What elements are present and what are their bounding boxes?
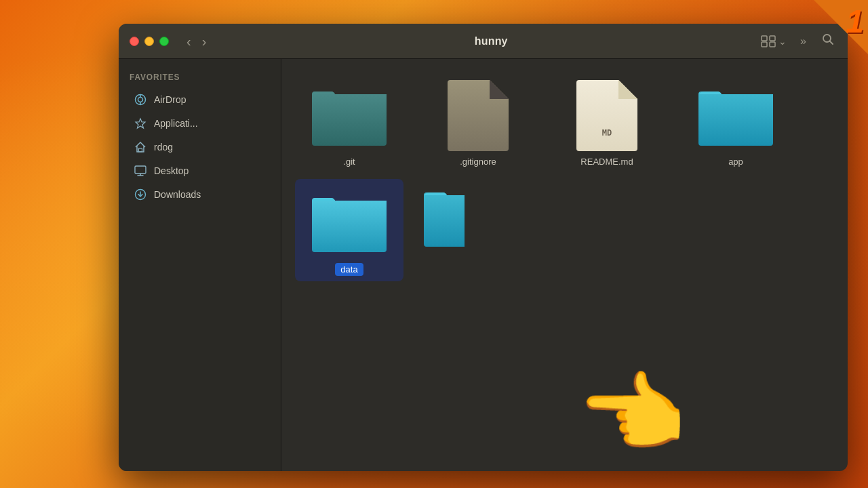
sidebar-item-downloads[interactable]: Downloads (123, 183, 277, 206)
sidebar-item-downloads-label: Downloads (154, 189, 201, 200)
svg-rect-2 (762, 42, 767, 47)
more-button[interactable]: » (797, 34, 808, 49)
sidebar-item-desktop-label: Desktop (154, 165, 189, 176)
view-chevron-icon: ⌄ (778, 36, 787, 47)
home-icon (134, 140, 147, 154)
view-options[interactable]: ⌄ (761, 35, 787, 47)
sidebar-item-applications[interactable]: Applicati... (123, 112, 277, 135)
file-grid-area: .git (281, 59, 848, 471)
svg-rect-0 (762, 36, 767, 41)
toolbar-right: ⌄ » (761, 32, 837, 50)
file-item-gitignore[interactable]: .gitignore (424, 73, 532, 172)
hand-pointer-icon: 👉 (580, 369, 690, 458)
desktop-icon (134, 164, 147, 178)
app-folder-icon (695, 78, 776, 152)
file-grid: .git (295, 73, 834, 281)
content-area: Favorites AirDrop (119, 59, 848, 471)
title-bar: ‹ › hunny ⌄ » (119, 24, 848, 59)
git-folder-icon (309, 78, 390, 152)
airdrop-icon (134, 93, 147, 106)
forward-button[interactable]: › (198, 33, 211, 49)
svg-rect-1 (770, 36, 775, 41)
minimize-button[interactable] (144, 37, 154, 46)
sidebar-item-desktop[interactable]: Desktop (123, 159, 277, 182)
nav-buttons: ‹ › (182, 33, 210, 49)
applications-icon (134, 117, 147, 130)
svg-point-7 (138, 98, 143, 102)
close-button[interactable] (130, 37, 139, 46)
file-item-app[interactable]: app (682, 73, 790, 172)
readme-icon: MD (566, 78, 648, 152)
file-item-data[interactable]: data (295, 179, 403, 281)
sidebar-section-title: Favorites (119, 73, 281, 87)
sidebar: Favorites AirDrop (119, 59, 281, 471)
search-icon (822, 33, 834, 45)
sidebar-item-airdrop[interactable]: AirDrop (123, 88, 277, 111)
readme-label: README.md (580, 157, 633, 167)
svg-line-5 (830, 41, 833, 45)
file-item-readme[interactable]: MD README.md (553, 73, 661, 172)
sidebar-item-airdrop-label: AirDrop (154, 94, 186, 105)
svg-rect-3 (770, 42, 775, 47)
file-item-git[interactable]: .git (295, 73, 403, 172)
app-label: app (728, 157, 743, 167)
search-button[interactable] (819, 32, 837, 50)
svg-rect-11 (135, 166, 146, 174)
gitignore-icon (437, 78, 519, 152)
downloads-icon (134, 188, 147, 201)
partial-folder-item (424, 179, 465, 253)
git-label: .git (343, 157, 355, 167)
maximize-button[interactable] (159, 37, 169, 46)
window-title: hunny (221, 35, 761, 47)
data-folder-icon (309, 184, 390, 259)
sidebar-item-rdog[interactable]: rdog (123, 136, 277, 159)
sidebar-item-applications-label: Applicati... (154, 118, 198, 129)
finder-window: ‹ › hunny ⌄ » (119, 24, 848, 471)
traffic-lights (130, 37, 169, 46)
data-label: data (335, 263, 363, 276)
sidebar-item-rdog-label: rdog (154, 142, 173, 152)
gitignore-label: .gitignore (460, 157, 496, 167)
corner-badge-number: 1 (846, 3, 864, 40)
svg-text:MD: MD (602, 128, 612, 138)
grid-view-icon (761, 35, 776, 47)
back-button[interactable]: ‹ (182, 33, 195, 49)
